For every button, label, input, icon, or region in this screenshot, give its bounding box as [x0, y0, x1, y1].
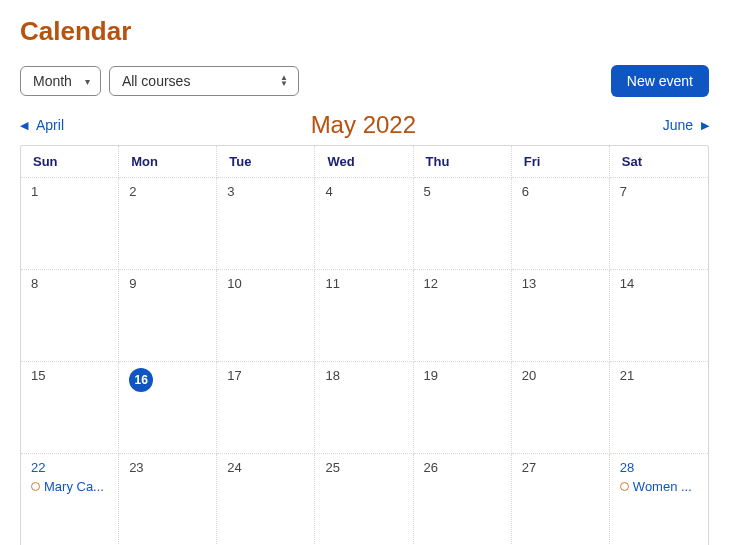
day-cell[interactable]: 23 [119, 454, 217, 545]
day-number: 20 [522, 368, 536, 383]
event-dot-icon [31, 482, 40, 491]
day-cell[interactable]: 7 [610, 178, 708, 270]
dow-cell: Sun [21, 146, 119, 178]
prev-month-link[interactable]: ◀ April [20, 117, 64, 133]
course-select[interactable]: All courses ▲▼ [109, 66, 299, 96]
calendar-event[interactable]: Mary Ca... [31, 479, 108, 494]
day-number: 11 [325, 276, 339, 291]
day-number: 9 [129, 276, 136, 291]
day-cell[interactable]: 20 [512, 362, 610, 454]
day-cell[interactable]: 22Mary Ca... [21, 454, 119, 545]
day-cell[interactable]: 3 [217, 178, 315, 270]
view-select-value: Month [33, 73, 72, 89]
course-select-value: All courses [122, 73, 190, 89]
day-number[interactable]: 28 [620, 460, 634, 475]
day-cell[interactable]: 1 [21, 178, 119, 270]
dow-cell: Thu [414, 146, 512, 178]
day-cell[interactable]: 5 [414, 178, 512, 270]
new-event-button[interactable]: New event [611, 65, 709, 97]
toolbar: Month ▾ All courses ▲▼ New event [20, 65, 709, 97]
day-number: 8 [31, 276, 38, 291]
day-number: 10 [227, 276, 241, 291]
next-month-label: June [663, 117, 693, 133]
day-cell[interactable]: 27 [512, 454, 610, 545]
day-cell[interactable]: 15 [21, 362, 119, 454]
day-number[interactable]: 16 [129, 368, 153, 392]
day-number: 12 [424, 276, 438, 291]
day-cell[interactable]: 14 [610, 270, 708, 362]
page-title: Calendar [20, 16, 709, 47]
week-row: 15161718192021 [21, 362, 708, 454]
event-label: Women ... [633, 479, 692, 494]
dow-cell: Fri [512, 146, 610, 178]
day-cell[interactable]: 9 [119, 270, 217, 362]
day-number: 13 [522, 276, 536, 291]
day-cell[interactable]: 2 [119, 178, 217, 270]
month-nav: ◀ April May 2022 June ▶ [20, 111, 709, 139]
day-cell[interactable]: 4 [315, 178, 413, 270]
day-number: 6 [522, 184, 529, 199]
week-row: 1234567 [21, 178, 708, 270]
day-number: 19 [424, 368, 438, 383]
current-month-title: May 2022 [311, 111, 416, 139]
day-number: 1 [31, 184, 38, 199]
day-cell[interactable]: 17 [217, 362, 315, 454]
day-number: 17 [227, 368, 241, 383]
day-cell[interactable]: 25 [315, 454, 413, 545]
day-number: 24 [227, 460, 241, 475]
day-cell[interactable]: 10 [217, 270, 315, 362]
day-number: 4 [325, 184, 332, 199]
day-number: 18 [325, 368, 339, 383]
event-label: Mary Ca... [44, 479, 104, 494]
day-cell[interactable]: 26 [414, 454, 512, 545]
day-number: 27 [522, 460, 536, 475]
day-number: 7 [620, 184, 627, 199]
dow-cell: Sat [610, 146, 708, 178]
day-number: 5 [424, 184, 431, 199]
dow-cell: Tue [217, 146, 315, 178]
day-cell[interactable]: 19 [414, 362, 512, 454]
day-number: 21 [620, 368, 634, 383]
day-cell[interactable]: 11 [315, 270, 413, 362]
day-cell[interactable]: 21 [610, 362, 708, 454]
day-cell[interactable]: 18 [315, 362, 413, 454]
day-number: 2 [129, 184, 136, 199]
dow-cell: Mon [119, 146, 217, 178]
day-number[interactable]: 22 [31, 460, 45, 475]
day-cell[interactable]: 8 [21, 270, 119, 362]
day-cell[interactable]: 24 [217, 454, 315, 545]
calendar-grid: SunMonTueWedThuFriSat 123456789101112131… [20, 145, 709, 545]
updown-icon: ▲▼ [280, 75, 288, 87]
day-number: 15 [31, 368, 45, 383]
view-select[interactable]: Month ▾ [20, 66, 101, 96]
day-number: 14 [620, 276, 634, 291]
triangle-right-icon: ▶ [701, 119, 709, 132]
calendar-event[interactable]: Women ... [620, 479, 698, 494]
day-number: 25 [325, 460, 339, 475]
day-cell[interactable]: 28Women ... [610, 454, 708, 545]
event-dot-icon [620, 482, 629, 491]
dow-row: SunMonTueWedThuFriSat [21, 146, 708, 178]
dow-cell: Wed [315, 146, 413, 178]
day-cell[interactable]: 6 [512, 178, 610, 270]
chevron-down-icon: ▾ [85, 76, 90, 87]
day-number: 23 [129, 460, 143, 475]
next-month-link[interactable]: June ▶ [663, 117, 709, 133]
prev-month-label: April [36, 117, 64, 133]
day-cell[interactable]: 16 [119, 362, 217, 454]
week-row: 891011121314 [21, 270, 708, 362]
day-cell[interactable]: 13 [512, 270, 610, 362]
triangle-left-icon: ◀ [20, 119, 28, 132]
weeks-container: 12345678910111213141516171819202122Mary … [21, 178, 708, 545]
week-row: 22Mary Ca...232425262728Women ... [21, 454, 708, 545]
day-cell[interactable]: 12 [414, 270, 512, 362]
day-number: 26 [424, 460, 438, 475]
day-number: 3 [227, 184, 234, 199]
